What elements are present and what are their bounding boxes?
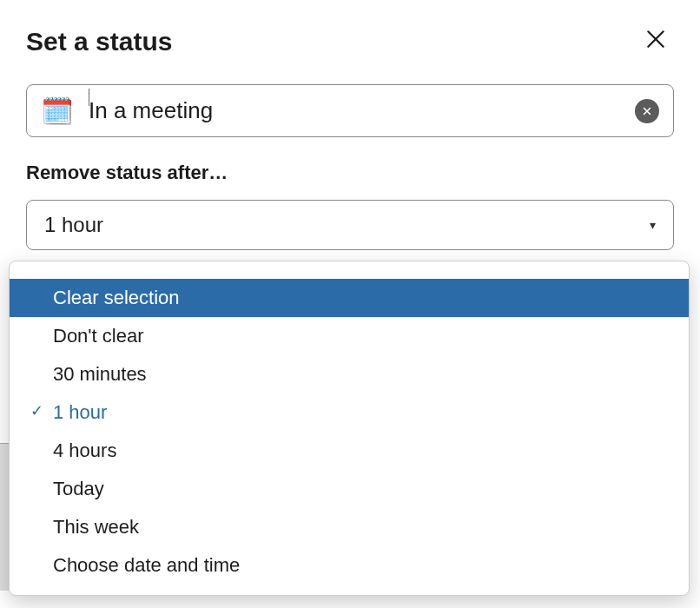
option-label: Clear selection bbox=[53, 287, 180, 308]
close-button[interactable] bbox=[637, 24, 674, 58]
status-text-value: In a meeting bbox=[89, 97, 635, 124]
option-label: Don't clear bbox=[53, 325, 143, 347]
status-emoji-picker[interactable]: 🗓️ bbox=[41, 98, 73, 124]
status-input[interactable]: 🗓️ In a meeting bbox=[26, 84, 674, 137]
option-label: This week bbox=[53, 516, 139, 538]
option-label: Choose date and time bbox=[53, 554, 240, 576]
check-icon: ✓ bbox=[30, 401, 43, 420]
clear-after-option[interactable]: Choose date and time bbox=[10, 546, 689, 585]
clear-after-select[interactable]: 1 hour ▾ bbox=[26, 200, 674, 250]
clear-after-dropdown: Clear selectionDon't clear30 minutes✓1 h… bbox=[9, 261, 690, 596]
remove-status-label: Remove status after… bbox=[26, 162, 674, 184]
status-text-content: In a meeting bbox=[89, 97, 213, 123]
chevron-down-icon: ▾ bbox=[650, 218, 656, 232]
clear-after-option[interactable]: This week bbox=[10, 508, 689, 546]
clear-after-option[interactable]: 4 hours bbox=[10, 432, 689, 470]
option-label: Today bbox=[53, 478, 104, 499]
clear-after-option[interactable]: Clear selection bbox=[10, 279, 689, 317]
close-icon bbox=[644, 28, 667, 50]
clear-after-option[interactable]: Today bbox=[10, 470, 689, 508]
clear-after-selected-value: 1 hour bbox=[44, 213, 103, 237]
option-label: 4 hours bbox=[53, 439, 116, 461]
x-icon bbox=[642, 106, 652, 116]
clear-status-button[interactable] bbox=[635, 99, 659, 123]
text-cursor bbox=[89, 89, 89, 106]
clear-after-option[interactable]: 30 minutes bbox=[10, 355, 689, 393]
background-backdrop bbox=[0, 443, 9, 591]
option-label: 30 minutes bbox=[53, 363, 147, 385]
option-label: 1 hour bbox=[53, 401, 107, 423]
dialog-title: Set a status bbox=[26, 27, 172, 56]
clear-after-option[interactable]: ✓1 hour bbox=[10, 393, 689, 432]
clear-after-option[interactable]: Don't clear bbox=[10, 317, 689, 355]
